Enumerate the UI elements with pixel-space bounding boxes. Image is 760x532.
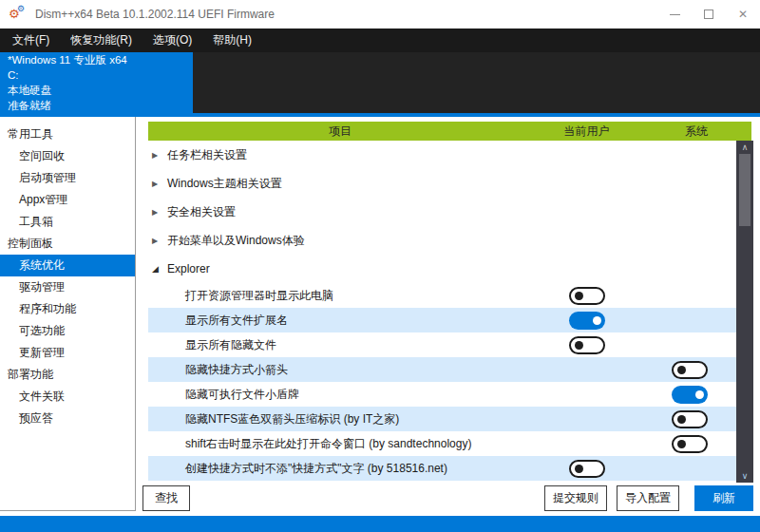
sidebar-item[interactable]: 可选功能 [0,320,135,342]
setting-row[interactable]: 隐藏NTFS蓝色双箭头压缩标识 (by IT之家) [148,407,738,431]
close-icon: ✕ [738,8,748,21]
menu-item-0[interactable]: 文件(F) [2,28,60,52]
sidebar-item[interactable]: 启动项管理 [0,167,135,189]
menu-item-3[interactable]: 帮助(H) [202,28,262,52]
scroll-down-icon[interactable]: ∨ [736,470,753,482]
toggle-switch-off[interactable] [672,410,708,428]
refresh-button[interactable]: 刷新 [694,485,753,511]
app-gears-icon: ⚙ ⚙ [9,6,28,23]
setting-label: Explorer [167,262,210,276]
scrollbar-thumb[interactable] [739,154,750,226]
settings-list: ▶任务栏相关设置▶Windows主题相关设置▶安全相关设置▶开始菜单以及Wind… [148,141,738,483]
setting-label-cell: ▶Windows主题相关设置 [148,176,532,192]
sidebar-item[interactable]: 系统优化 [0,255,135,276]
toggle-knob [677,415,686,424]
toggle-knob [695,390,704,399]
column-header-current-user: 当前用户 [532,124,641,140]
footer-actions: 提交规则导入配置刷新 [535,485,753,511]
sidebar-item[interactable]: 预应答 [0,408,135,429]
setting-label-cell: 创建快捷方式时不添"快捷方式"文字 (by 518516.net) [148,461,532,477]
setting-label-cell: 显示所有文件扩展名 [148,313,532,329]
expander-collapsed-icon[interactable]: ▶ [152,151,165,160]
toggle-switch-off[interactable] [569,287,605,305]
window-title: Dism++x64 Beta 10.1.2002.114 UEFI Firmwa… [35,8,275,21]
expander-collapsed-icon[interactable]: ▶ [152,237,165,245]
sidebar-item[interactable]: 驱动管理 [0,276,135,298]
setting-label-cell: 隐藏NTFS蓝色双箭头压缩标识 (by IT之家) [148,411,532,428]
target-disk-label: 本地硬盘 [8,83,193,98]
sidebar-item[interactable]: 更新管理 [0,342,135,364]
target-drive-label: C: [8,67,193,83]
find-button[interactable]: 查找 [142,485,190,511]
sidebar-item[interactable]: 工具箱 [0,211,135,233]
setting-label-cell: ◢Explorer [148,262,532,276]
close-button[interactable]: ✕ [726,0,760,28]
toggle-switch-off[interactable] [672,361,708,379]
setting-row[interactable]: 创建快捷方式时不添"快捷方式"文字 (by 518516.net) [148,456,738,481]
expander-open-icon[interactable]: ◢ [152,264,165,274]
toggle-switch-off[interactable] [672,435,708,453]
column-header-item: 项目 [148,124,532,140]
target-image-card[interactable]: *Windows 11 专业版 x64 C: 本地硬盘 准备就绪 [0,52,193,113]
menu-item-1[interactable]: 恢复功能(R) [60,28,142,52]
setting-label: 任务栏相关设置 [167,147,247,163]
footer-button-0[interactable]: 提交规则 [544,485,607,511]
setting-label-cell: 打开资源管理器时显示此电脑 [148,288,532,304]
setting-label: 隐藏NTFS蓝色双箭头压缩标识 (by IT之家) [185,411,399,428]
minimize-button[interactable] [657,0,692,28]
sidebar-item[interactable]: 空间回收 [0,145,135,167]
system-cell [641,361,738,379]
sidebar-item[interactable]: 文件关联 [0,386,135,408]
toggle-knob [677,440,686,448]
expander-collapsed-icon[interactable]: ▶ [152,208,165,217]
setting-label: shift右击时显示在此处打开命令窗口 (by sandtechnology) [185,436,471,452]
toggle-switch-on[interactable] [672,386,708,404]
vertical-scrollbar[interactable]: ∧ ∨ [736,141,753,483]
setting-row[interactable]: 显示所有隐藏文件 [148,332,738,357]
setting-label: 打开资源管理器时显示此电脑 [185,288,333,304]
tree-group-row[interactable]: ▶任务栏相关设置 [148,141,738,169]
tree-group-row[interactable]: ▶Windows主题相关设置 [148,169,738,198]
target-os-label: *Windows 11 专业版 x64 [8,52,193,67]
footer-button-1[interactable]: 导入配置 [617,485,679,511]
toggle-switch-on[interactable] [569,312,605,330]
current-user-cell [532,460,641,478]
setting-row[interactable]: 隐藏可执行文件小盾牌 [148,382,738,407]
sidebar-item[interactable]: Appx管理 [0,189,135,211]
tree-group-row[interactable]: ◢Explorer [148,255,738,283]
minimize-icon [670,14,680,15]
setting-label-cell: 隐藏可执行文件小盾牌 [148,387,532,403]
sidebar-item[interactable]: 程序和功能 [0,298,135,320]
setting-label: 隐藏快捷方式小箭头 [185,362,288,378]
setting-label-cell: ▶开始菜单以及Windows体验 [148,233,532,249]
title-bar: ⚙ ⚙ Dism++x64 Beta 10.1.2002.114 UEFI Fi… [0,0,760,28]
system-cell [641,410,738,428]
current-user-cell [532,287,641,305]
sidebar-section-header: 控制面板 [0,233,135,255]
setting-label: Windows主题相关设置 [167,176,282,192]
image-band: *Windows 11 专业版 x64 C: 本地硬盘 准备就绪 [0,52,760,113]
setting-label: 创建快捷方式时不添"快捷方式"文字 (by 518516.net) [185,461,447,477]
setting-label-cell: ▶安全相关设置 [148,204,532,220]
tree-group-row[interactable]: ▶安全相关设置 [148,198,738,226]
tree-group-row[interactable]: ▶开始菜单以及Windows体验 [148,226,738,255]
status-bar [0,516,760,532]
expander-collapsed-icon[interactable]: ▶ [152,180,165,188]
setting-row[interactable]: 打开资源管理器时显示此电脑 [148,283,738,308]
setting-label: 显示所有文件扩展名 [185,313,288,329]
setting-row[interactable]: 显示所有文件扩展名 [148,308,738,332]
setting-row[interactable]: 隐藏快捷方式小箭头 [148,357,738,382]
current-user-cell [532,312,641,330]
setting-row[interactable]: shift右击时显示在此处打开命令窗口 (by sandtechnology) [148,431,738,456]
toggle-switch-off[interactable] [569,336,605,354]
setting-label-cell: shift右击时显示在此处打开命令窗口 (by sandtechnology) [148,436,532,452]
setting-label-cell: ▶任务栏相关设置 [148,147,532,163]
app-window: ⚙ ⚙ Dism++x64 Beta 10.1.2002.114 UEFI Fi… [0,0,760,532]
gear-icon: ⚙ [17,4,25,13]
toggle-switch-off[interactable] [569,460,605,478]
menu-item-2[interactable]: 选项(O) [142,28,202,52]
maximize-button[interactable] [692,0,726,28]
scroll-up-icon[interactable]: ∧ [736,142,753,153]
target-status-label: 准备就绪 [8,98,193,113]
setting-label: 显示所有隐藏文件 [185,337,276,353]
